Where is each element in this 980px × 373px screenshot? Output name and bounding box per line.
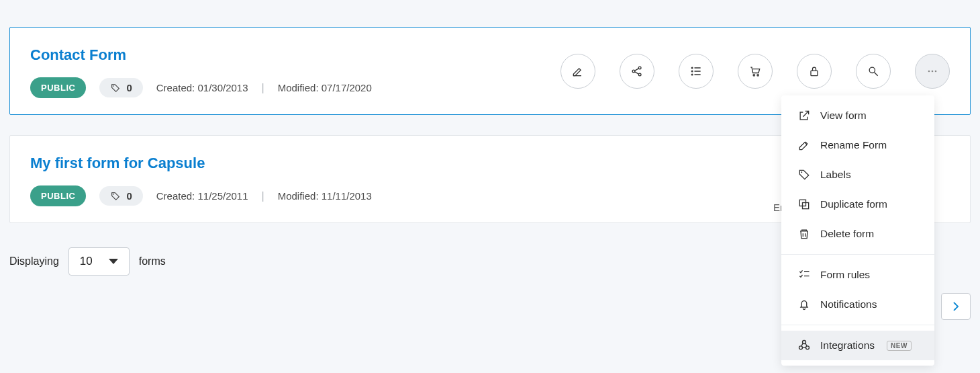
payments-button[interactable] (738, 54, 773, 89)
bell-icon (797, 298, 811, 311)
share-button[interactable] (620, 54, 654, 89)
menu-notifications[interactable]: Notifications (781, 290, 934, 319)
next-page-button[interactable] (941, 293, 971, 320)
created-text: Created: 11/25/2011 (156, 190, 248, 202)
menu-integrations[interactable]: Integrations NEW (781, 331, 934, 360)
svg-point-2 (638, 67, 641, 69)
edit-icon (797, 138, 811, 152)
visibility-badge: PUBLIC (30, 77, 86, 98)
share-icon (630, 65, 644, 78)
svg-point-13 (935, 70, 937, 72)
svg-point-14 (113, 194, 115, 195)
edit-button[interactable] (560, 54, 595, 89)
svg-point-5 (691, 71, 693, 72)
dots-icon (926, 65, 939, 78)
duplicate-icon (797, 198, 811, 211)
svg-point-15 (801, 171, 802, 173)
labels-count: 0 (126, 190, 132, 202)
security-button[interactable] (797, 54, 832, 89)
wrench-icon (867, 65, 880, 78)
trash-icon (797, 227, 811, 241)
settings-button[interactable] (856, 54, 891, 89)
actions-row (560, 54, 950, 89)
svg-point-8 (757, 74, 759, 76)
tag-icon (797, 168, 811, 181)
svg-point-4 (691, 67, 693, 69)
menu-duplicate-form[interactable]: Duplicate form (781, 190, 934, 219)
svg-point-10 (869, 67, 875, 73)
cart-icon (748, 65, 762, 78)
new-badge: NEW (887, 341, 912, 351)
meta-separator: | (262, 82, 264, 94)
tag-icon (110, 191, 121, 202)
svg-point-12 (932, 70, 934, 72)
lock-icon (807, 65, 821, 78)
svg-point-1 (632, 70, 635, 73)
menu-rename-form[interactable]: Rename Form (781, 130, 934, 160)
labels-count: 0 (126, 82, 132, 93)
integrations-icon (797, 339, 811, 352)
svg-point-19 (799, 346, 803, 349)
labels-count-pill[interactable]: 0 (99, 186, 142, 206)
svg-point-20 (806, 346, 810, 349)
more-button[interactable] (915, 54, 950, 89)
pencil-icon (571, 65, 585, 78)
chevron-right-icon (952, 301, 959, 312)
per-page-select[interactable]: 10 (68, 247, 130, 276)
caret-down-icon (109, 259, 118, 264)
checklist-icon (797, 268, 811, 282)
external-link-icon (797, 109, 811, 122)
meta-separator: | (262, 190, 264, 202)
tag-icon (110, 83, 121, 93)
labels-count-pill[interactable]: 0 (99, 78, 142, 97)
visibility-badge: PUBLIC (30, 185, 86, 206)
svg-rect-9 (811, 71, 818, 75)
forms-label: forms (139, 255, 166, 267)
svg-point-7 (753, 74, 755, 76)
modified-text: Modified: 11/11/2013 (278, 190, 372, 202)
svg-point-11 (928, 70, 930, 72)
more-menu: View form Rename Form Labels Duplicate f… (781, 95, 934, 366)
list-icon (689, 65, 703, 78)
created-text: Created: 01/30/2013 (156, 82, 248, 93)
svg-point-6 (691, 74, 693, 75)
menu-form-rules[interactable]: Form rules (781, 260, 934, 290)
menu-delete-form[interactable]: Delete form (781, 219, 934, 249)
displaying-label: Displaying (9, 255, 59, 267)
modified-text: Modified: 07/17/2020 (278, 82, 372, 93)
menu-view-form[interactable]: View form (781, 101, 934, 130)
svg-point-0 (113, 85, 115, 87)
entries-button[interactable] (679, 54, 714, 89)
menu-labels[interactable]: Labels (781, 160, 934, 190)
svg-point-3 (638, 73, 641, 76)
per-page-value: 10 (80, 255, 93, 268)
